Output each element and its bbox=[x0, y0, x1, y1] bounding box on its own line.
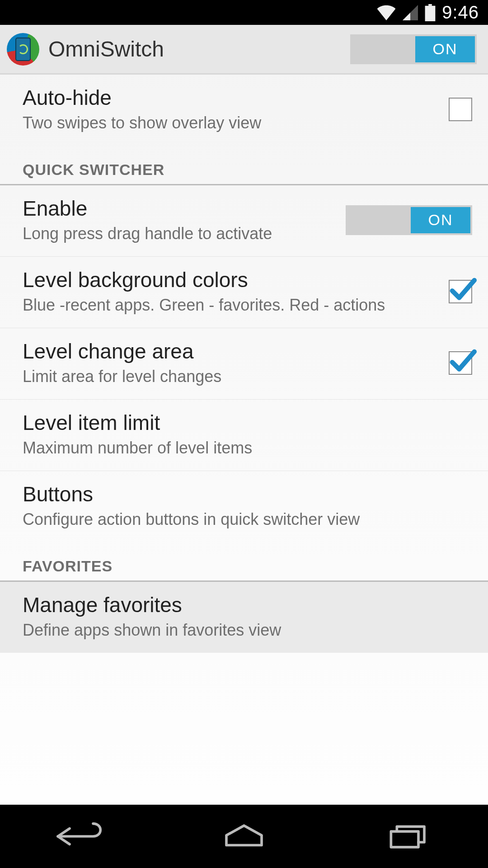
section-quick-switcher: QUICK SWITCHER bbox=[0, 146, 488, 185]
app-icon bbox=[7, 33, 39, 66]
app-title: OmniSwitch bbox=[48, 37, 341, 61]
cell-signal-icon bbox=[402, 5, 418, 20]
setting-subtitle: Define apps shown in favorites view bbox=[23, 620, 472, 640]
setting-title: Buttons bbox=[23, 482, 472, 506]
battery-icon bbox=[425, 4, 436, 21]
setting-subtitle: Configure action buttons in quick switch… bbox=[23, 509, 472, 529]
back-button[interactable] bbox=[52, 821, 111, 852]
master-switch[interactable]: ON bbox=[350, 34, 477, 64]
section-favorites: FAVORITES bbox=[0, 542, 488, 582]
setting-title: Manage favorites bbox=[23, 593, 472, 617]
status-bar: 9:46 bbox=[0, 0, 488, 25]
setting-subtitle: Maximum number of level items bbox=[23, 438, 472, 458]
check-icon bbox=[449, 346, 477, 374]
setting-level-bg-colors[interactable]: Level background colors Blue -recent app… bbox=[0, 257, 488, 328]
setting-title: Enable bbox=[23, 196, 332, 221]
setting-auto-hide[interactable]: Auto-hide Two swipes to show overlay vie… bbox=[0, 75, 488, 146]
app-content: OmniSwitch ON Auto-hide Two swipes to sh… bbox=[0, 25, 488, 805]
switch-thumb-label: ON bbox=[411, 207, 470, 233]
setting-subtitle: Long press drag handle to activate bbox=[23, 223, 332, 244]
enable-switch[interactable]: ON bbox=[346, 205, 472, 235]
switch-thumb-label: ON bbox=[415, 36, 475, 62]
setting-title: Level background colors bbox=[23, 268, 435, 292]
setting-level-item-limit[interactable]: Level item limit Maximum number of level… bbox=[0, 400, 488, 471]
wifi-icon bbox=[377, 5, 396, 20]
recent-apps-button[interactable] bbox=[377, 821, 436, 852]
settings-list: Auto-hide Two swipes to show overlay vie… bbox=[0, 75, 488, 653]
setting-title: Auto-hide bbox=[23, 85, 435, 110]
setting-subtitle: Blue -recent apps. Green - favorites. Re… bbox=[23, 295, 435, 315]
svg-rect-2 bbox=[391, 831, 418, 847]
clock: 9:46 bbox=[442, 2, 479, 23]
setting-subtitle: Limit area for level changes bbox=[23, 366, 435, 387]
setting-title: Level change area bbox=[23, 339, 435, 363]
svg-rect-1 bbox=[425, 5, 436, 21]
setting-buttons[interactable]: Buttons Configure action buttons in quic… bbox=[0, 471, 488, 542]
check-icon bbox=[449, 274, 477, 302]
svg-rect-0 bbox=[428, 4, 432, 6]
navigation-bar bbox=[0, 805, 488, 868]
home-button[interactable] bbox=[215, 821, 273, 852]
checkbox[interactable] bbox=[449, 98, 472, 121]
setting-level-change-area[interactable]: Level change area Limit area for level c… bbox=[0, 328, 488, 400]
checkbox[interactable] bbox=[449, 280, 472, 303]
checkbox[interactable] bbox=[449, 351, 472, 375]
setting-manage-favorites[interactable]: Manage favorites Define apps shown in fa… bbox=[0, 582, 488, 653]
setting-subtitle: Two swipes to show overlay view bbox=[23, 113, 435, 133]
setting-title: Level item limit bbox=[23, 410, 472, 435]
setting-enable[interactable]: Enable Long press drag handle to activat… bbox=[0, 185, 488, 257]
action-bar: OmniSwitch ON bbox=[0, 25, 488, 75]
